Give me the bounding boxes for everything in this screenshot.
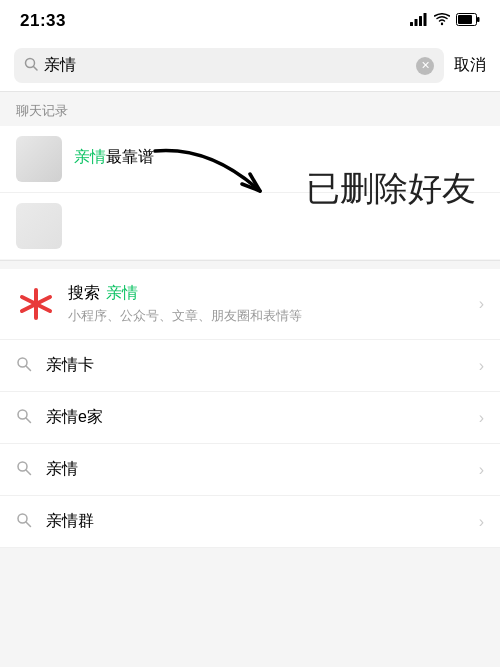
svg-line-9 bbox=[34, 67, 38, 71]
list-item-text-1: 亲情e家 bbox=[46, 407, 479, 428]
suggestion-text: 搜索 亲情 小程序、公众号、文章、朋友圈和表情等 bbox=[68, 283, 471, 325]
status-bar: 21:33 bbox=[0, 0, 500, 40]
search-input-wrapper[interactable]: 亲情 ✕ bbox=[14, 48, 444, 83]
section-divider bbox=[0, 261, 500, 269]
svg-rect-7 bbox=[477, 17, 480, 22]
chat-info-2 bbox=[74, 225, 484, 228]
svg-rect-1 bbox=[415, 19, 418, 26]
search-query-text: 亲情 bbox=[44, 55, 410, 76]
list-chevron-icon-0: › bbox=[479, 357, 484, 375]
list-search-icon-2 bbox=[16, 460, 32, 480]
svg-rect-6 bbox=[458, 15, 472, 24]
wifi-icon bbox=[434, 12, 450, 30]
search-list: 亲情卡 › 亲情e家 › 亲情 › 亲情群 › bbox=[0, 340, 500, 548]
chat-item-2[interactable] bbox=[0, 193, 500, 260]
svg-line-18 bbox=[26, 470, 31, 475]
list-chevron-icon-2: › bbox=[479, 461, 484, 479]
status-icons bbox=[410, 12, 480, 30]
suggestion-title: 搜索 亲情 bbox=[68, 283, 471, 304]
list-chevron-icon-1: › bbox=[479, 409, 484, 427]
chat-name-suffix-1: 最靠谱 bbox=[106, 148, 154, 165]
clear-icon: ✕ bbox=[421, 59, 430, 72]
avatar-2 bbox=[16, 203, 62, 249]
list-item-3[interactable]: 亲情群 › bbox=[0, 496, 500, 548]
battery-icon bbox=[456, 12, 480, 30]
signal-icon bbox=[410, 13, 428, 29]
section-header: 聊天记录 bbox=[0, 92, 500, 126]
svg-line-20 bbox=[26, 522, 31, 527]
list-search-icon-3 bbox=[16, 512, 32, 532]
chat-item-1[interactable]: 亲情最靠谱 bbox=[0, 126, 500, 193]
search-icon bbox=[24, 57, 38, 74]
clear-search-button[interactable]: ✕ bbox=[416, 57, 434, 75]
chat-name-highlight-1: 亲情 bbox=[74, 148, 106, 165]
list-search-icon-1 bbox=[16, 408, 32, 428]
chat-name-1: 亲情最靠谱 bbox=[74, 147, 484, 168]
chat-history-section: 亲情最靠谱 已删除好友 bbox=[0, 126, 500, 261]
avatar-1 bbox=[16, 136, 62, 182]
list-item-1[interactable]: 亲情e家 › bbox=[0, 392, 500, 444]
suggestion-title-highlight: 亲情 bbox=[106, 284, 138, 301]
chat-info-1: 亲情最靠谱 bbox=[74, 147, 484, 171]
list-item-2[interactable]: 亲情 › bbox=[0, 444, 500, 496]
svg-rect-3 bbox=[424, 13, 427, 26]
list-item-text-0: 亲情卡 bbox=[46, 355, 479, 376]
svg-line-14 bbox=[26, 366, 31, 371]
svg-rect-2 bbox=[419, 16, 422, 26]
status-time: 21:33 bbox=[20, 11, 66, 31]
cancel-button[interactable]: 取消 bbox=[454, 55, 486, 76]
wechat-search-icon bbox=[16, 284, 56, 324]
list-search-icon-0 bbox=[16, 356, 32, 376]
search-suggestion-row[interactable]: 搜索 亲情 小程序、公众号、文章、朋友圈和表情等 › bbox=[0, 269, 500, 340]
list-item-text-3: 亲情群 bbox=[46, 511, 479, 532]
search-bar: 亲情 ✕ 取消 bbox=[0, 40, 500, 92]
svg-rect-0 bbox=[410, 22, 413, 26]
suggestion-chevron-icon: › bbox=[479, 295, 484, 313]
list-item-text-2: 亲情 bbox=[46, 459, 479, 480]
svg-line-16 bbox=[26, 418, 31, 423]
svg-point-4 bbox=[441, 23, 443, 25]
list-item-0[interactable]: 亲情卡 › bbox=[0, 340, 500, 392]
suggestion-subtitle: 小程序、公众号、文章、朋友圈和表情等 bbox=[68, 307, 471, 325]
list-chevron-icon-3: › bbox=[479, 513, 484, 531]
